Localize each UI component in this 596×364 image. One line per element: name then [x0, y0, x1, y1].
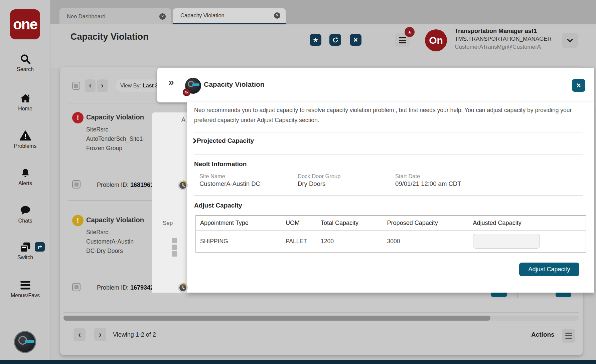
bell-icon [0, 167, 50, 179]
table-row: SHIPPING PALLET 1200 3000 [196, 230, 586, 252]
rx-badge-icon: Rx [183, 88, 190, 96]
tab-neo-dashboard[interactable]: Neo Dashboard × [59, 8, 171, 24]
home-icon [0, 92, 50, 105]
hamburger-icon [0, 279, 50, 292]
modal-header: » Rx Capacity Violation × [157, 68, 594, 102]
total-capacity-cell: 1200 [317, 230, 383, 252]
warning-triangle-icon [0, 129, 50, 142]
chevron-right-icon [192, 137, 197, 144]
column-header: Proposed Capacity [383, 216, 469, 230]
uom-cell: PALLET [282, 230, 317, 252]
header-divider [379, 28, 379, 54]
start-date-field: Start Date 09/01/21 12:00 am CDT [395, 173, 461, 188]
page-title: Capacity Violation [70, 32, 149, 42]
sidebar-item-menus-favs[interactable]: Menus/Favs [0, 279, 50, 299]
divider [194, 154, 583, 155]
star-icon: ★ [313, 36, 318, 44]
hidden-button-fragment [491, 293, 507, 297]
actions-label: Actions [531, 331, 555, 338]
chat-bubble-icon [0, 204, 50, 217]
star-icon: ★ [408, 30, 412, 35]
one-network-logo: one [10, 9, 40, 39]
close-page-button[interactable]: × [350, 34, 361, 46]
tab-close-icon[interactable]: × [159, 13, 166, 20]
user-email: CustomerATransMgr@CustomerA [455, 44, 541, 50]
avatar-visor [25, 340, 34, 343]
search-icon [0, 53, 50, 65]
divider [194, 195, 583, 196]
problem-id: Problem ID: 1681961 [97, 181, 154, 189]
modal-body: Neo recommends you to adjust capacity to… [187, 102, 594, 293]
modal-close-button[interactable]: × [572, 79, 585, 92]
problem-id: Problem ID: 1679342 [97, 284, 154, 291]
partial-text-fragment: A [181, 116, 185, 123]
refresh-button[interactable] [329, 34, 341, 46]
column-header: Adjusted Capacity [469, 216, 586, 230]
sidebar-item-home[interactable]: Home [0, 92, 50, 112]
column-header: UOM [282, 216, 317, 230]
refresh-icon [332, 37, 339, 43]
hidden-button-fragment [556, 293, 571, 297]
select-all-checkbox[interactable] [72, 82, 80, 90]
sidebar: one Search Home Problems Alerts [0, 0, 50, 364]
problem-title[interactable]: Capacity Violation [86, 113, 144, 121]
prev-page-button[interactable]: ‹ [85, 79, 96, 92]
column-header: Appointment Type [196, 216, 282, 230]
pagination-status: Viewing 1-2 of 2 [113, 331, 156, 338]
projected-capacity-toggle[interactable]: Projected Capacity [192, 136, 594, 145]
bottom-status-bar [0, 360, 596, 364]
proposed-capacity-cell: 3000 [383, 230, 469, 252]
dock-door-group-field: Dock Door Group Dry Doors [298, 173, 340, 188]
warning-problem-icon: ! [72, 215, 84, 226]
clock-icon [178, 283, 188, 293]
close-icon: × [353, 36, 358, 44]
clock-icon [178, 180, 188, 191]
problem-resource: SiteRsrc AutoTenderSch_Site1- Frozen Gro… [86, 125, 145, 153]
modal-description: Neo recommends you to adjust capacity to… [194, 105, 583, 125]
favorites-star-badge: ★ [405, 27, 415, 37]
sidebar-item-search[interactable]: Search [0, 53, 50, 72]
problem-checkbox[interactable] [72, 180, 81, 189]
adjusted-capacity-input[interactable] [473, 234, 540, 249]
neo-assistant-avatar[interactable] [14, 331, 36, 353]
view-by-selector[interactable]: View By:Last 30 [116, 79, 160, 92]
sidebar-item-alerts[interactable]: Alerts [0, 167, 50, 187]
problem-title[interactable]: Capacity Violation [86, 216, 144, 224]
screen: one Search Home Problems Alerts [0, 0, 596, 364]
pagination-next-button[interactable]: › [94, 328, 106, 341]
close-icon: × [576, 81, 581, 90]
divider [517, 293, 517, 298]
adjust-capacity-submit-button[interactable]: Adjust Capacity [519, 263, 579, 276]
actions-menu-button[interactable] [562, 329, 575, 343]
divider [63, 312, 579, 313]
month-label-fragment: Sep [163, 220, 173, 227]
divider [194, 132, 583, 132]
next-page-button[interactable]: › [97, 79, 108, 92]
user-name: Transportation Manager asf1 [455, 28, 537, 35]
tab-close-icon[interactable]: × [274, 12, 280, 19]
favorite-button[interactable]: ★ [310, 34, 321, 46]
adjust-capacity-heading: Adjust Capacity [194, 202, 594, 209]
adjust-capacity-table: Appointment Type UOM Total Capacity Prop… [195, 215, 586, 253]
modal-title: Capacity Violation [204, 80, 265, 88]
critical-problem-icon: ! [72, 112, 84, 123]
sidebar-item-problems[interactable]: Problems [0, 129, 50, 149]
tab-capacity-violation[interactable]: Capacity Violation × [173, 8, 286, 24]
background-panel-fragment: A Sep [152, 112, 187, 293]
collapse-chevrons-icon[interactable]: » [168, 76, 174, 88]
user-role: TMS.TRANSPORTATION_MANAGER [455, 36, 552, 42]
appointment-type-cell: SHIPPING [196, 230, 282, 252]
user-menu-button[interactable] [562, 33, 578, 48]
neoit-fields: Site Name CustomerA-Austin DC Dock Door … [187, 173, 594, 191]
pagination-prev-button[interactable]: ‹ [73, 328, 86, 341]
switch-swap-badge[interactable]: ⇄ [35, 242, 45, 252]
site-name-field: Site Name CustomerA-Austin DC [199, 173, 260, 188]
chevron-down-icon [567, 39, 573, 42]
user-avatar[interactable]: On [425, 29, 447, 51]
page-header: Capacity Violation ★ × ★ On Transportati… [50, 24, 596, 68]
sidebar-item-chats[interactable]: Chats [0, 204, 50, 224]
problem-resource: SiteRsrc CustomerA-Austin DC-Dry Doors [86, 228, 134, 256]
problem-checkbox[interactable] [72, 283, 81, 291]
horizontal-scrollbar-thumb[interactable] [63, 316, 490, 321]
column-header: Total Capacity [317, 216, 383, 230]
